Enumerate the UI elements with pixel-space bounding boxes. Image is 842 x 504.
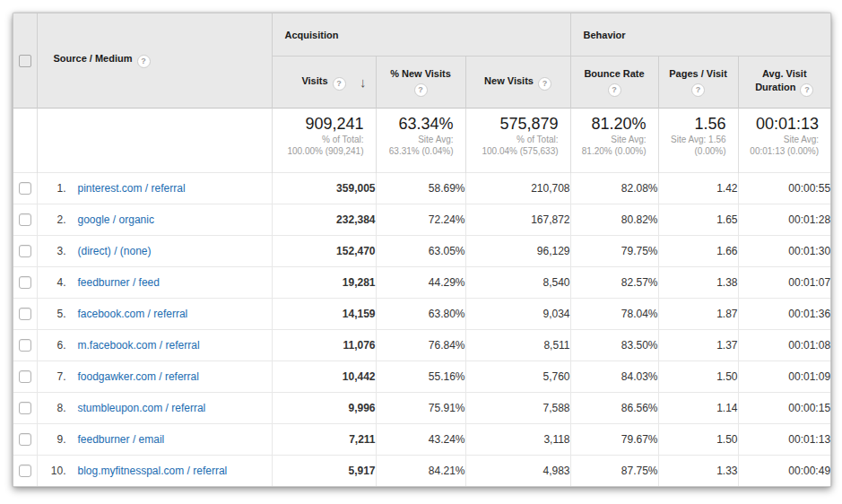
row-index: 3.	[38, 245, 66, 257]
bounce-rate-cell: 82.08%	[570, 173, 658, 204]
select-all-checkbox[interactable]	[19, 55, 31, 67]
visits-cell: 9,996	[272, 393, 376, 424]
select-all-cell	[13, 13, 37, 109]
source-medium-link[interactable]: google / organic	[78, 213, 154, 226]
row-checkbox[interactable]	[19, 245, 31, 257]
row-checkbox[interactable]	[19, 213, 31, 226]
source-medium-link[interactable]: stumbleupon.com / referral	[78, 402, 206, 414]
bounce-rate-cell: 80.82%	[570, 204, 658, 236]
total-duration-value: 00:01:13	[739, 115, 820, 134]
column-header-new-visits[interactable]: New Visits?	[465, 56, 570, 109]
column-header-pages-visit[interactable]: Pages / Visit ?	[658, 56, 738, 109]
totals-avg-duration: 00:01:13 Site Avg: 00:01:13 (0.00%)	[738, 109, 830, 173]
new-visits-cell: 167,872	[465, 204, 570, 236]
row-index: 10.	[38, 465, 66, 477]
source-medium-link[interactable]: feedburner / email	[78, 433, 165, 446]
source-medium-link[interactable]: (direct) / (none)	[78, 245, 152, 257]
row-checkbox[interactable]	[19, 308, 31, 320]
row-checkbox[interactable]	[19, 402, 31, 414]
pages-visit-cell: 1.50	[658, 361, 738, 393]
bounce-rate-cell: 78.04%	[570, 299, 658, 330]
avg-duration-cell: 00:01:28	[738, 204, 830, 236]
table-row: 7.foodgawker.com / referral 10,442 55.16…	[13, 361, 830, 393]
visits-cell: 152,470	[272, 236, 376, 267]
row-index: 9.	[38, 433, 66, 446]
help-icon[interactable]: ?	[608, 83, 621, 97]
row-checkbox[interactable]	[19, 339, 31, 352]
totals-source-cell	[37, 109, 272, 173]
new-visits-cell: 96,129	[465, 236, 570, 267]
total-bounce-value: 81.20%	[571, 115, 647, 134]
avg-duration-cell: 00:01:36	[738, 299, 830, 330]
visits-cell: 11,076	[272, 330, 376, 361]
avg-duration-cell: 00:01:09	[738, 361, 830, 393]
totals-pages-visit: 1.56 Site Avg: 1.56 (0.00%)	[658, 109, 738, 173]
row-checkbox[interactable]	[19, 465, 31, 477]
totals-pct-new-visits: 63.34% Site Avg: 63.31% (0.04%)	[376, 109, 465, 173]
visits-cell: 19,281	[272, 267, 376, 299]
total-pages-value: 1.56	[659, 115, 726, 134]
avg-duration-cell: 00:00:55	[738, 173, 830, 204]
pct-new-visits-cell: 84.21%	[376, 456, 465, 487]
pages-visit-cell: 1.33	[658, 456, 738, 487]
total-new-visits-value: 575,879	[466, 115, 559, 134]
avg-duration-cell: 00:01:07	[738, 267, 830, 299]
new-visits-cell: 5,760	[465, 361, 570, 393]
source-medium-link[interactable]: facebook.com / referral	[78, 308, 188, 320]
help-icon[interactable]: ?	[414, 83, 428, 97]
row-checkbox[interactable]	[19, 433, 31, 446]
visits-cell: 5,917	[272, 456, 376, 487]
totals-visits: 909,241 % of Total: 100.00% (909,241)	[272, 109, 376, 173]
row-checkbox[interactable]	[19, 370, 31, 383]
column-header-avg-visit-duration[interactable]: Avg. Visit Duration?	[738, 56, 830, 109]
table-row: 9.feedburner / email 7,211 43.24% 3,118 …	[13, 424, 830, 456]
column-header-pct-new-visits[interactable]: % New Visits ?	[376, 56, 465, 109]
row-index: 6.	[38, 339, 66, 352]
source-medium-link[interactable]: m.facebook.com / referral	[78, 339, 200, 352]
column-header-visits[interactable]: Visits? ↓	[272, 56, 376, 109]
totals-new-visits: 575,879 % of Total: 100.04% (575,633)	[465, 109, 570, 173]
pct-new-visits-cell: 44.29%	[376, 267, 465, 299]
table-row: 6.m.facebook.com / referral 11,076 76.84…	[13, 330, 830, 361]
avg-duration-cell: 00:00:49	[738, 456, 830, 487]
help-icon[interactable]: ?	[538, 77, 551, 91]
total-pct-new-value: 63.34%	[377, 115, 454, 134]
row-index: 7.	[38, 370, 66, 383]
bounce-rate-cell: 79.75%	[570, 236, 658, 267]
help-icon[interactable]: ?	[137, 55, 151, 68]
source-medium-link[interactable]: feedburner / feed	[78, 276, 160, 289]
table-row: 8.stumbleupon.com / referral 9,996 75.91…	[13, 393, 830, 424]
pages-visit-cell: 1.14	[658, 393, 738, 424]
new-visits-cell: 8,511	[465, 330, 570, 361]
new-visits-cell: 210,708	[465, 173, 570, 204]
column-header-bounce-rate[interactable]: Bounce Rate ?	[570, 56, 658, 109]
row-index: 5.	[38, 308, 66, 320]
bounce-rate-cell: 83.50%	[570, 330, 658, 361]
visits-cell: 7,211	[272, 424, 376, 456]
source-medium-link[interactable]: pinterest.com / referral	[78, 182, 186, 195]
table-row: 10.blog.myfitnesspal.com / referral 5,91…	[13, 456, 830, 487]
table-row: 5.facebook.com / referral 14,159 63.80% …	[13, 299, 830, 330]
table-row: 3.(direct) / (none) 152,470 63.05% 96,12…	[13, 236, 830, 267]
avg-duration-cell: 00:01:30	[738, 236, 830, 267]
source-medium-link[interactable]: foodgawker.com / referral	[78, 370, 199, 383]
pct-new-visits-cell: 55.16%	[376, 361, 465, 393]
source-medium-link[interactable]: blog.myfitnesspal.com / referral	[78, 465, 228, 477]
pages-visit-cell: 1.38	[658, 267, 738, 299]
pct-new-visits-cell: 72.24%	[376, 204, 465, 236]
help-icon[interactable]: ?	[333, 77, 346, 91]
sort-descending-icon[interactable]: ↓	[360, 75, 367, 89]
bounce-rate-cell: 86.56%	[570, 393, 658, 424]
bounce-rate-cell: 79.67%	[570, 424, 658, 456]
pages-visit-cell: 1.50	[658, 424, 738, 456]
help-icon[interactable]: ?	[800, 83, 813, 97]
row-checkbox[interactable]	[19, 182, 31, 195]
pages-visit-cell: 1.37	[658, 330, 738, 361]
row-checkbox[interactable]	[19, 276, 31, 289]
pages-visit-cell: 1.87	[658, 299, 738, 330]
analytics-data-table: Source / Medium? Acquisition Behavior Vi…	[13, 13, 831, 487]
avg-duration-cell: 00:01:13	[738, 424, 830, 456]
help-icon[interactable]: ?	[691, 83, 705, 97]
group-header-behavior: Behavior	[570, 13, 830, 56]
table-row: 1.pinterest.com / referral 359,005 58.69…	[13, 173, 830, 204]
